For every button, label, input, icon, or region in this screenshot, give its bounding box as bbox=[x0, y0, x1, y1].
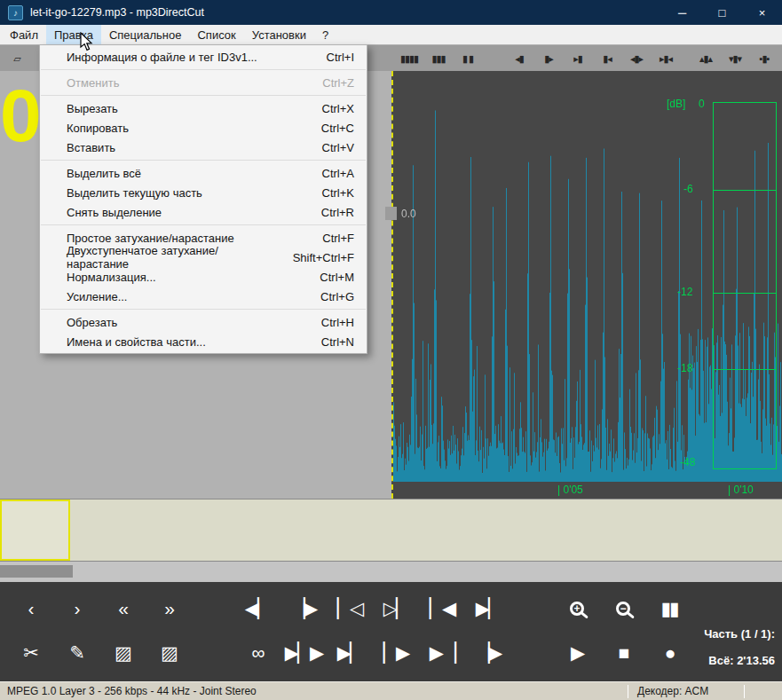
format-status: MPEG 1.0 Layer 3 - 256 kbps - 44 kHz - J… bbox=[0, 685, 628, 697]
menu-item-shortcut: Ctrl+C bbox=[321, 122, 354, 135]
menu-separator bbox=[41, 69, 366, 70]
transport-panel: ‹›«» ◀▏▕▶▏◁▷▏▏◀▶▏ +−▮▮ ✂✎▨▨ ∞▶▏▶▶▏▏▶▶▕▕▶… bbox=[0, 582, 782, 681]
menu-item-label: Имена и свойства части... bbox=[67, 335, 300, 349]
edit-menu-item[interactable]: Снять выделениеCtrl+R bbox=[40, 202, 367, 222]
zoom-out-button[interactable]: − bbox=[600, 591, 646, 626]
db-tick-0: 0 bbox=[699, 98, 705, 110]
close-button[interactable]: × bbox=[742, 0, 782, 25]
app-logo-icon: ♪ bbox=[8, 5, 23, 20]
menu-item-shortcut: Ctrl+K bbox=[322, 186, 354, 200]
edit-menu-item[interactable]: Нормализация...Ctrl+M bbox=[40, 267, 367, 287]
step-right-icon[interactable]: ▮◂ bbox=[596, 48, 619, 69]
play-button[interactable]: ▶ bbox=[554, 635, 600, 671]
play-from-cursor-button[interactable]: ▏▶ bbox=[373, 635, 419, 671]
vu-meter-icon[interactable]: ▮▮▮▮ bbox=[398, 48, 421, 69]
statusbar-divider bbox=[744, 685, 745, 698]
prev-mark-button[interactable]: ▏◁ bbox=[327, 591, 373, 626]
pause-button[interactable]: ▮▮ bbox=[646, 591, 692, 626]
pause-display-icon[interactable]: ▮ ▮ bbox=[456, 48, 479, 69]
stop-button[interactable]: ■ bbox=[600, 635, 646, 671]
menubar-item-4[interactable]: Установки bbox=[244, 25, 314, 44]
toolbar-gain-group: ▴▮▴▾▮▾▪▮▪ bbox=[694, 48, 776, 69]
menu-item-label: Простое затухание/нарастание bbox=[67, 232, 301, 245]
fade-out-button[interactable]: ▨ bbox=[146, 635, 192, 671]
menu-item-shortcut: Ctrl+A bbox=[322, 167, 354, 180]
menu-item-label: Отменить bbox=[67, 76, 301, 90]
gain-down-icon[interactable]: ▾▮▾ bbox=[723, 48, 746, 69]
menu-item-shortcut: Ctrl+R bbox=[321, 206, 354, 219]
menu-item-label: Снять выделение bbox=[67, 206, 300, 219]
edit-menu-item[interactable]: Усиление...Ctrl+G bbox=[40, 287, 367, 306]
edit-menu-item[interactable]: Выделить всёCtrl+A bbox=[40, 163, 367, 183]
gain-up-icon[interactable]: ▴▮▴ bbox=[694, 48, 717, 69]
goto-start-button[interactable]: ▏◀ bbox=[419, 591, 465, 626]
minimize-button[interactable]: ─ bbox=[662, 0, 702, 25]
pen-marker-button[interactable]: ✎ bbox=[53, 635, 99, 671]
transport-row1-right: +−▮▮ bbox=[554, 591, 692, 626]
edit-menu-item[interactable]: ОбрезатьCtrl+H bbox=[40, 312, 367, 332]
gain-flat-icon[interactable]: ▪▮▪ bbox=[753, 48, 776, 69]
selection-start-button[interactable]: ◀▏ bbox=[234, 591, 280, 626]
transport-row2-mid: ∞▶▏▶▶▏▏▶▶▕▕▶ bbox=[234, 635, 511, 671]
edit-menu-item[interactable]: ВырезатьCtrl+X bbox=[40, 98, 367, 118]
selection-end-button[interactable]: ▕▶ bbox=[280, 591, 327, 626]
menu-item-shortcut: Ctrl+N bbox=[321, 335, 354, 349]
overview-selection[interactable] bbox=[0, 499, 70, 561]
menu-item-shortcut: Ctrl+I bbox=[327, 51, 354, 64]
window-controls: ─ □ × bbox=[662, 0, 782, 25]
zoom-out-icon: − bbox=[616, 602, 630, 616]
menu-item-shortcut: Ctrl+F bbox=[322, 232, 354, 245]
part-next-icon[interactable]: ▸▮◂ bbox=[654, 48, 677, 69]
rewind-button[interactable]: « bbox=[99, 591, 146, 626]
zoom-in-button[interactable]: + bbox=[554, 591, 600, 626]
step-forward-button[interactable]: › bbox=[53, 591, 99, 626]
db-tick-6: -6 bbox=[683, 183, 693, 195]
edit-menu-item[interactable]: Выделить текущую частьCtrl+K bbox=[40, 183, 367, 202]
menubar-item-3[interactable]: Список bbox=[189, 25, 243, 44]
scrollbar-thumb[interactable] bbox=[0, 565, 73, 578]
part-prev-icon[interactable]: ◂▮▸ bbox=[625, 48, 648, 69]
menubar-item-5[interactable]: ? bbox=[314, 25, 336, 44]
toolbar-cue-group: ◂▮▮▸▸▮▮◂◂▮▸▸▮◂ bbox=[508, 48, 677, 69]
menu-item-label: Выделить текущую часть bbox=[67, 186, 301, 200]
play-pre-roll-button[interactable]: ▶▕ bbox=[419, 635, 465, 671]
menu-item-shortcut: Ctrl+H bbox=[321, 316, 354, 329]
fade-in-button[interactable]: ▨ bbox=[99, 635, 146, 671]
record-button[interactable]: ● bbox=[646, 635, 692, 671]
cue-end-icon[interactable]: ▮▸ bbox=[537, 48, 560, 69]
menu-item-label: Двухступенчатое затухание/нарастание bbox=[67, 244, 272, 271]
time-tick-010: | 0'10 bbox=[728, 484, 754, 496]
open-file-icon[interactable]: ▱ bbox=[5, 48, 28, 69]
menu-item-shortcut: Ctrl+M bbox=[320, 271, 354, 284]
goto-end-button[interactable]: ▶▏ bbox=[465, 591, 511, 626]
edit-menu-item[interactable]: Двухступенчатое затухание/нарастаниеShif… bbox=[40, 248, 367, 267]
step-back-button[interactable]: ‹ bbox=[7, 591, 53, 626]
menubar-item-2[interactable]: Специальное bbox=[101, 25, 190, 44]
maximize-button[interactable]: □ bbox=[702, 0, 742, 25]
cue-start-icon[interactable]: ◂▮ bbox=[508, 48, 531, 69]
edit-menu-item[interactable]: Имена и свойства части...Ctrl+N bbox=[40, 332, 367, 351]
level-display-icon[interactable]: ▮▮▮ bbox=[427, 48, 450, 69]
step-left-icon[interactable]: ▸▮ bbox=[566, 48, 589, 69]
titlebar: ♪ let-it-go-12279.mp3 - mp3DirectCut ─ □… bbox=[0, 0, 782, 25]
overview-timeline[interactable] bbox=[0, 499, 782, 562]
play-cut-preview-button[interactable]: ▶▏ bbox=[327, 635, 373, 671]
horizontal-scrollbar[interactable] bbox=[0, 562, 782, 582]
mouse-cursor bbox=[78, 32, 96, 51]
menubar-item-0[interactable]: Файл bbox=[2, 25, 46, 44]
loop-button[interactable]: ∞ bbox=[234, 635, 280, 671]
menu-item-label: Выделить всё bbox=[67, 167, 301, 180]
menu-item-label: Вырезать bbox=[67, 102, 301, 115]
menu-item-shortcut: Ctrl+V bbox=[322, 141, 354, 154]
cut-selection-button[interactable]: ✂ bbox=[7, 635, 53, 671]
play-post-roll-button[interactable]: ▕▶ bbox=[465, 635, 511, 671]
db-tick-12: -12 bbox=[677, 286, 692, 298]
waveform-panel[interactable]: [dB] 0 -6 -12 -18 -48 | 0'05 | 0'10 0.0 bbox=[391, 71, 782, 499]
next-mark-button[interactable]: ▷▏ bbox=[373, 591, 419, 626]
fast-forward-button[interactable]: » bbox=[146, 591, 192, 626]
position-marker[interactable] bbox=[385, 207, 397, 220]
db-unit-label: [dB] bbox=[667, 98, 685, 110]
edit-menu-item[interactable]: ВставитьCtrl+V bbox=[40, 138, 367, 157]
play-parts-button[interactable]: ▶▏▶ bbox=[280, 635, 327, 671]
edit-menu-item[interactable]: КопироватьCtrl+C bbox=[40, 118, 367, 138]
